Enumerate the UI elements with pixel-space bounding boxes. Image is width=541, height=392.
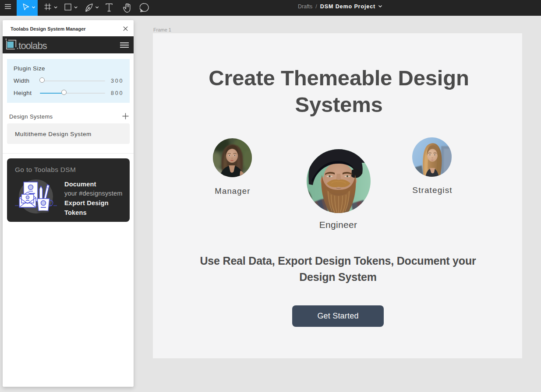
svg-text:.toolabs: .toolabs — [16, 40, 47, 51]
